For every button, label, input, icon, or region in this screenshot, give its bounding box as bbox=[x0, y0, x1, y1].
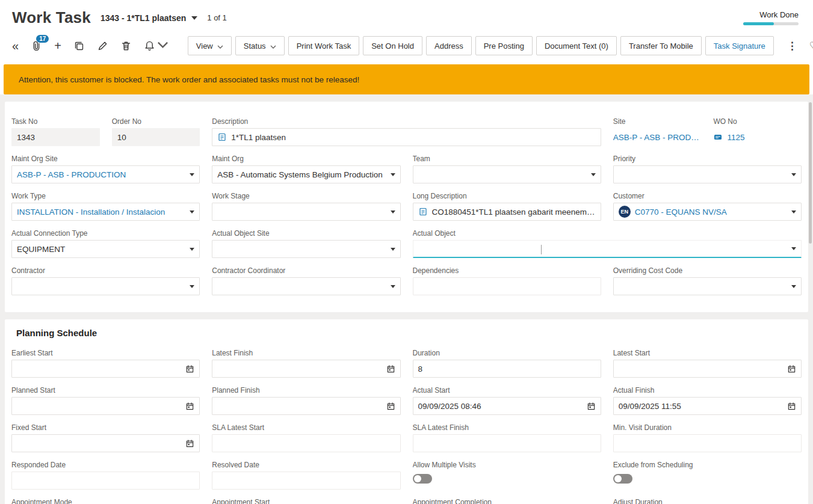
calendar-icon[interactable] bbox=[386, 364, 395, 373]
latest-start-label: Latest Start bbox=[613, 349, 802, 357]
responded-date-input[interactable] bbox=[11, 472, 200, 490]
task-no-input[interactable]: 1343 bbox=[11, 128, 100, 146]
field-appointment-completion: Appointment Completion bbox=[413, 498, 601, 504]
calendar-icon[interactable] bbox=[787, 402, 796, 411]
actual-finish-input[interactable]: 09/09/2025 11:55 bbox=[613, 397, 802, 415]
contractor-input[interactable] bbox=[11, 277, 200, 295]
record-selector[interactable]: 1343 - 1*TL1 plaatsen bbox=[100, 13, 197, 23]
toolbar-right-group: ⋮♡ bbox=[777, 39, 813, 52]
document-text-0-button[interactable]: Document Text (0) bbox=[536, 36, 617, 55]
set-on-hold-button[interactable]: Set On Hold bbox=[363, 36, 422, 55]
dependencies-input[interactable] bbox=[413, 277, 601, 295]
wo-icon bbox=[713, 132, 723, 142]
field-maint-org: Maint OrgASB - Automatic Systems Belgium… bbox=[212, 155, 400, 183]
latest-start-input[interactable] bbox=[613, 360, 802, 378]
customer-input[interactable]: ENC0770 - EQUANS NV/SA bbox=[613, 203, 802, 221]
calendar-icon[interactable] bbox=[185, 439, 194, 448]
planning-card: Planning Schedule Earliest StartLatest F… bbox=[5, 319, 808, 504]
actual-connection-type-label: Actual Connection Type bbox=[11, 229, 200, 238]
resolved-date-input[interactable] bbox=[212, 472, 400, 490]
field-appointment-start: Appointment Start bbox=[212, 498, 400, 504]
field-planned-finish: Planned Finish bbox=[212, 386, 400, 415]
work-type-input[interactable]: INSTALLATION - Installation / Instalacio… bbox=[11, 203, 200, 221]
field-actual-connection-type: Actual Connection TypeEQUIPMENT bbox=[11, 229, 200, 258]
chevron-down-icon bbox=[190, 248, 194, 251]
transfer-to-mobile-button[interactable]: Transfer To Mobile bbox=[620, 36, 702, 55]
calendar-icon[interactable] bbox=[587, 402, 596, 411]
form-row: Planned StartPlanned FinishActual Start0… bbox=[11, 386, 802, 415]
maint-org-site-input[interactable]: ASB-P - ASB - PRODUCTION bbox=[11, 165, 200, 183]
actual-connection-type-input[interactable]: EQUIPMENT bbox=[11, 240, 200, 258]
attachment-count-badge: 17 bbox=[36, 35, 49, 43]
print-work-task-button[interactable]: Print Work Task bbox=[288, 36, 360, 55]
long-description-input[interactable]: CO1880451*TL1 plaatsen gabarit meenemens… bbox=[413, 203, 601, 221]
edit-icon[interactable] bbox=[97, 39, 108, 52]
site-input[interactable]: ASB-P - ASB - PRODUCTION bbox=[613, 128, 702, 146]
sla-latest-start-input[interactable] bbox=[212, 434, 400, 452]
priority-input[interactable] bbox=[613, 165, 802, 183]
fixed-start-input[interactable] bbox=[11, 434, 200, 452]
wo-no-input[interactable]: 1125 bbox=[713, 128, 802, 146]
more-options-icon[interactable]: ⋮ bbox=[787, 39, 797, 52]
field-priority: Priority bbox=[613, 155, 802, 183]
overriding-cost-code-input[interactable] bbox=[613, 277, 802, 295]
address-button[interactable]: Address bbox=[426, 36, 472, 55]
page-top-section: Work Task 1343 - 1*TL1 plaatsen 1 of 1 W… bbox=[0, 0, 813, 94]
description-input[interactable]: 1*TL1 plaatsen bbox=[212, 128, 601, 146]
delete-icon[interactable] bbox=[120, 39, 132, 52]
field-work-stage: Work Stage bbox=[212, 192, 400, 221]
actual-start-input[interactable]: 09/09/2025 08:46 bbox=[413, 397, 601, 415]
order-no-value: 10 bbox=[117, 133, 195, 142]
maint-org-input[interactable]: ASB - Automatic Systems Belgium Producti… bbox=[212, 165, 400, 183]
order-no-input[interactable]: 10 bbox=[112, 128, 200, 146]
exclude-from-scheduling-toggle[interactable] bbox=[613, 474, 632, 484]
back-icon[interactable]: « bbox=[12, 39, 19, 52]
calendar-icon[interactable] bbox=[185, 402, 194, 411]
title-row: Work Task 1343 - 1*TL1 plaatsen 1 of 1 W… bbox=[12, 8, 801, 27]
latest-finish-label: Latest Finish bbox=[212, 349, 400, 357]
work-stage-input[interactable] bbox=[212, 203, 400, 221]
customer-label: Customer bbox=[613, 192, 802, 200]
field-latest-finish: Latest Finish bbox=[212, 349, 400, 378]
team-input[interactable] bbox=[413, 165, 601, 183]
field-min-visit-duration: Min. Visit Duration bbox=[613, 423, 802, 452]
planned-start-input[interactable] bbox=[11, 397, 200, 415]
work-done-label: Work Done bbox=[759, 10, 799, 19]
chevron-down-icon bbox=[190, 211, 194, 214]
actual-object-input[interactable] bbox=[413, 240, 802, 258]
field-sla-latest-finish: SLA Latest Finish bbox=[413, 423, 601, 452]
pre-posting-button[interactable]: Pre Posting bbox=[475, 36, 533, 55]
calendar-icon[interactable] bbox=[787, 364, 796, 373]
field-actual-finish: Actual Finish09/09/2025 11:55 bbox=[613, 386, 802, 415]
latest-finish-input[interactable] bbox=[212, 360, 400, 378]
favorite-icon[interactable]: ♡ bbox=[809, 39, 813, 52]
min-visit-duration-input[interactable] bbox=[613, 434, 802, 452]
contractor-coordinator-input[interactable] bbox=[212, 277, 400, 295]
work-type-value: INSTALLATION - Installation / Instalacio… bbox=[17, 207, 185, 217]
field-site: SiteASB-P - ASB - PRODUCTION bbox=[613, 117, 702, 146]
calendar-icon[interactable] bbox=[386, 402, 395, 411]
planned-finish-input[interactable] bbox=[212, 397, 400, 415]
status-button[interactable]: Status bbox=[235, 36, 285, 55]
wo-no-label: WO No bbox=[713, 117, 802, 126]
button-label: Print Work Task bbox=[297, 41, 351, 51]
maint-org-site-value: ASB-P - ASB - PRODUCTION bbox=[17, 170, 185, 179]
add-icon[interactable]: + bbox=[54, 39, 61, 52]
earliest-start-input[interactable] bbox=[11, 360, 200, 378]
field-adjust-duration: Adjust Duration bbox=[613, 498, 802, 504]
allow-multiple-visits-toggle[interactable] bbox=[413, 474, 432, 484]
attachments-icon[interactable]: 17 bbox=[31, 39, 42, 52]
sla-latest-finish-input[interactable] bbox=[413, 434, 601, 452]
copy-icon[interactable] bbox=[73, 39, 85, 52]
form-row: Task No1343Order No10Description1*TL1 pl… bbox=[11, 117, 802, 146]
duration-input[interactable]: 8 bbox=[413, 360, 601, 378]
vertical-scrollbar[interactable] bbox=[809, 102, 812, 244]
maint-org-site-label: Maint Org Site bbox=[11, 155, 200, 163]
view-button[interactable]: View bbox=[188, 36, 232, 55]
customer-value: C0770 - EQUANS NV/SA bbox=[635, 207, 787, 217]
calendar-icon[interactable] bbox=[185, 364, 194, 373]
actual-object-site-input[interactable] bbox=[212, 240, 400, 258]
sla-latest-finish-label: SLA Latest Finish bbox=[413, 423, 601, 432]
notifications-icon[interactable] bbox=[144, 39, 168, 52]
task-signature-button[interactable]: Task Signature bbox=[705, 36, 774, 55]
